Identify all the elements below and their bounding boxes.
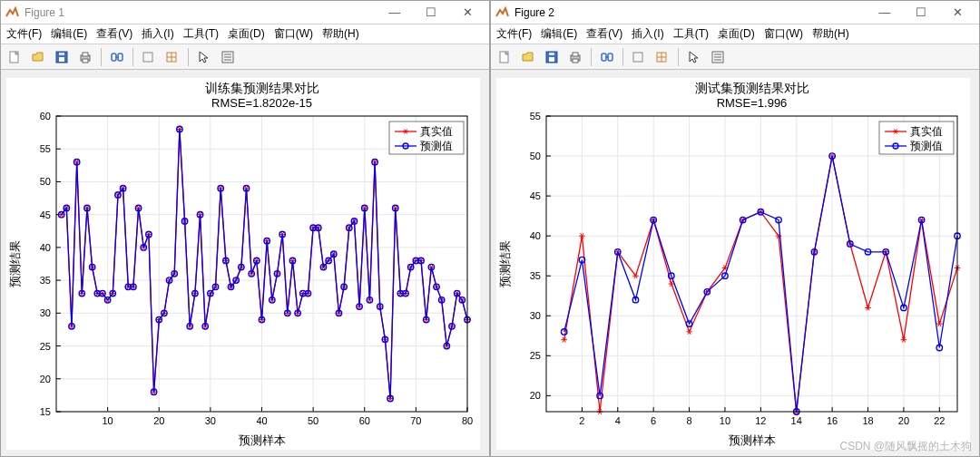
svg-text:20: 20	[40, 374, 51, 384]
svg-text:50: 50	[308, 415, 318, 426]
svg-text:真实值: 真实值	[420, 125, 453, 138]
svg-text:55: 55	[40, 143, 51, 154]
svg-text:35: 35	[40, 275, 51, 286]
figure-window-1: Figure 1 — ☐ ✕ 文件(F) 编辑(E) 查看(V) 插入(I) 工…	[0, 0, 490, 457]
toolbar-separator	[678, 48, 679, 66]
pointer-icon[interactable]	[684, 47, 704, 67]
axes-area[interactable]: 102030405060708015202530354045505560训练集预…	[1, 70, 489, 456]
svg-text:25: 25	[40, 341, 51, 352]
svg-rect-416	[633, 53, 642, 62]
window-title: Figure 2	[514, 6, 867, 19]
svg-text:14: 14	[791, 415, 802, 426]
svg-text:20: 20	[898, 415, 909, 426]
svg-text:训练集预测结果对比: 训练集预测结果对比	[205, 81, 319, 95]
svg-rect-412	[573, 59, 578, 63]
menu-window[interactable]: 窗口(W)	[274, 26, 313, 42]
menu-edit[interactable]: 编辑(E)	[541, 26, 577, 42]
svg-rect-5	[83, 53, 88, 56]
svg-rect-3	[59, 53, 64, 55]
chart-train: 102030405060708015202530354045505560训练集预…	[6, 78, 480, 450]
print-icon[interactable]	[75, 47, 95, 67]
toolbar	[1, 44, 489, 70]
maximize-button[interactable]: ☐	[903, 2, 939, 24]
menu-edit[interactable]: 编辑(E)	[51, 26, 87, 42]
toolbar-separator	[591, 48, 592, 66]
svg-text:40: 40	[256, 415, 267, 426]
svg-text:2: 2	[579, 415, 584, 426]
toolbar-separator	[188, 48, 189, 66]
svg-text:60: 60	[359, 415, 370, 426]
close-button[interactable]: ✕	[449, 2, 485, 24]
svg-rect-408	[549, 57, 554, 62]
menu-window[interactable]: 窗口(W)	[764, 26, 803, 42]
figure-window-2: Figure 2 — ☐ ✕ 文件(F) 编辑(E) 查看(V) 插入(I) 工…	[490, 0, 980, 457]
menu-insert[interactable]: 插入(I)	[142, 26, 173, 42]
svg-rect-2	[59, 57, 64, 62]
brush-icon[interactable]	[629, 47, 649, 67]
svg-text:50: 50	[530, 151, 541, 161]
edit-plot-icon[interactable]	[708, 47, 728, 67]
svg-text:RMSE=1.996: RMSE=1.996	[717, 96, 788, 110]
save-icon[interactable]	[52, 47, 72, 67]
close-button[interactable]: ✕	[939, 2, 975, 24]
svg-text:预测值: 预测值	[420, 140, 453, 152]
svg-text:50: 50	[40, 176, 51, 187]
menu-tools[interactable]: 工具(T)	[673, 26, 709, 42]
menubar: 文件(F) 编辑(E) 查看(V) 插入(I) 工具(T) 桌面(D) 窗口(W…	[491, 24, 979, 44]
svg-rect-10	[143, 53, 152, 62]
svg-text:30: 30	[40, 307, 51, 318]
menu-file[interactable]: 文件(F)	[6, 26, 42, 42]
link-icon[interactable]	[107, 47, 127, 67]
svg-text:预测结果: 预测结果	[498, 240, 512, 287]
svg-text:30: 30	[530, 310, 541, 321]
window-title: Figure 1	[24, 6, 377, 19]
svg-text:预测样本: 预测样本	[729, 433, 776, 447]
minimize-button[interactable]: —	[377, 2, 413, 24]
save-icon[interactable]	[542, 47, 562, 67]
toolbar-separator	[101, 48, 102, 66]
print-icon[interactable]	[565, 47, 585, 67]
svg-text:RMSE=1.8202e-15: RMSE=1.8202e-15	[211, 96, 312, 110]
toolbar-separator	[132, 48, 133, 66]
edit-plot-icon[interactable]	[218, 47, 238, 67]
svg-text:60: 60	[40, 111, 51, 122]
minimize-button[interactable]: —	[867, 2, 903, 24]
svg-text:22: 22	[934, 415, 945, 426]
menubar: 文件(F) 编辑(E) 查看(V) 插入(I) 工具(T) 桌面(D) 窗口(W…	[1, 24, 489, 44]
menu-insert[interactable]: 插入(I)	[632, 26, 663, 42]
new-file-icon[interactable]	[495, 47, 514, 67]
open-icon[interactable]	[28, 47, 48, 67]
svg-text:40: 40	[40, 242, 51, 253]
menu-view[interactable]: 查看(V)	[586, 26, 622, 42]
svg-text:真实值: 真实值	[910, 125, 943, 138]
svg-text:测试集预测结果对比: 测试集预测结果对比	[695, 81, 809, 95]
axes-area[interactable]: 2468101214161820222025303540455055测试集预测结…	[491, 70, 979, 456]
menu-help[interactable]: 帮助(H)	[812, 26, 849, 42]
svg-text:10: 10	[103, 415, 113, 426]
pointer-icon[interactable]	[194, 47, 214, 67]
svg-text:16: 16	[827, 415, 838, 426]
menu-help[interactable]: 帮助(H)	[322, 26, 359, 42]
inspector-icon[interactable]	[162, 47, 182, 67]
titlebar[interactable]: Figure 1 — ☐ ✕	[1, 1, 489, 24]
svg-text:55: 55	[530, 111, 541, 122]
menu-view[interactable]: 查看(V)	[96, 26, 132, 42]
svg-text:45: 45	[530, 190, 541, 201]
menu-file[interactable]: 文件(F)	[496, 26, 532, 42]
menu-desktop[interactable]: 桌面(D)	[718, 26, 755, 42]
matlab-icon	[495, 5, 509, 20]
svg-text:70: 70	[410, 415, 421, 426]
svg-text:20: 20	[530, 390, 541, 401]
toolbar	[491, 44, 979, 70]
new-file-icon[interactable]	[5, 47, 24, 67]
open-icon[interactable]	[518, 47, 538, 67]
brush-icon[interactable]	[139, 47, 159, 67]
menu-tools[interactable]: 工具(T)	[183, 26, 219, 42]
svg-text:20: 20	[153, 415, 164, 426]
maximize-button[interactable]: ☐	[413, 2, 449, 24]
menu-desktop[interactable]: 桌面(D)	[228, 26, 265, 42]
titlebar[interactable]: Figure 2 — ☐ ✕	[491, 1, 979, 24]
inspector-icon[interactable]	[652, 47, 672, 67]
svg-text:18: 18	[862, 415, 873, 426]
link-icon[interactable]	[597, 47, 617, 67]
